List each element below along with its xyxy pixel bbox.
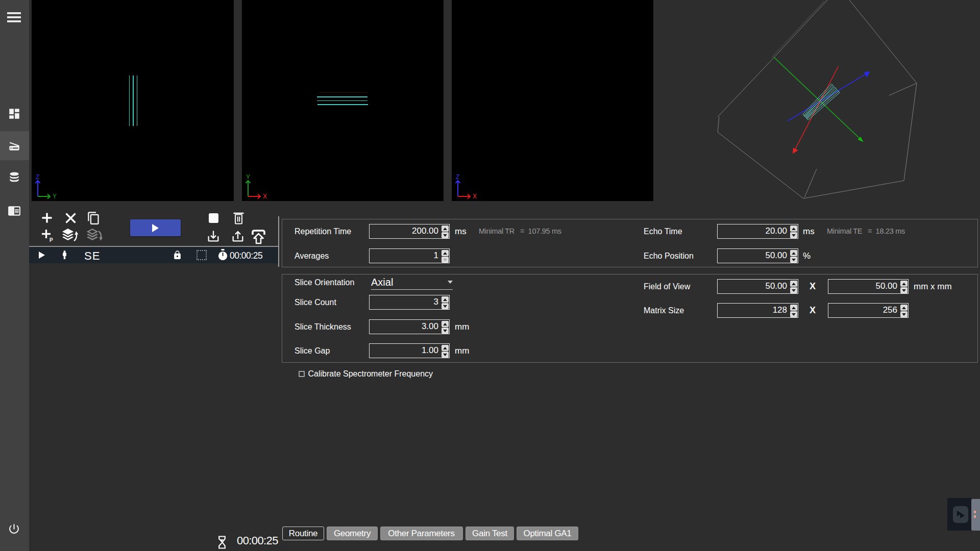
svg-text:Y: Y (53, 193, 57, 200)
svg-text:Z: Z (36, 173, 39, 181)
svg-text:Z: Z (456, 173, 459, 181)
svg-text:P: P (50, 237, 53, 243)
svg-text:Y: Y (246, 173, 250, 181)
svg-text:X: X (263, 193, 267, 200)
svg-text:X: X (473, 193, 477, 200)
